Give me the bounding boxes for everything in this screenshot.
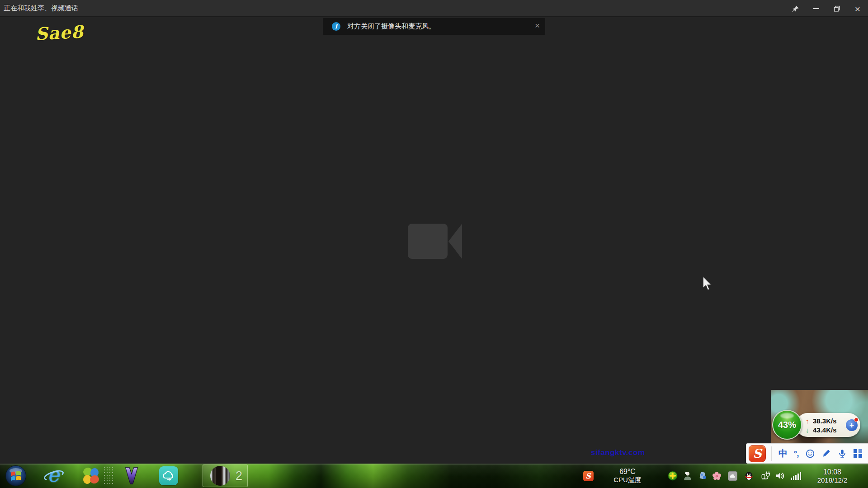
tray-cloud-drive-icon[interactable] (727, 464, 738, 488)
ime-punctuation-toggle[interactable]: °, (794, 447, 799, 460)
banner-close-button[interactable]: × (535, 21, 540, 30)
download-speed: 43.4K/s (813, 426, 837, 434)
pinwheel-app-icon[interactable] (80, 464, 101, 488)
screen: 正在和我姓李、视频通话 × Sae8 i 对方关闭了摄像头和麦克风。 × sif… (0, 0, 868, 488)
memory-percent: 43% (778, 420, 796, 430)
tray-flower-icon[interactable] (711, 464, 722, 488)
tray-blue-phone-icon[interactable] (698, 464, 708, 488)
ime-toolbar: S 中 °, (746, 443, 868, 464)
cpu-temp-label: CPU温度 (613, 476, 642, 484)
emoji-icon[interactable] (805, 447, 815, 460)
taskbar-separator-dots (103, 466, 113, 486)
cpu-temperature-widget[interactable]: 69°C CPU温度 (606, 464, 649, 488)
v-app-icon[interactable] (121, 464, 142, 488)
ime-divider (771, 446, 772, 461)
camera-lens (448, 224, 462, 259)
taskbar: e (0, 464, 868, 488)
close-button[interactable]: × (847, 0, 868, 17)
avatar (210, 466, 230, 486)
download-arrow-icon: ↓ (806, 426, 813, 434)
tray-safely-remove-icon[interactable] (760, 464, 771, 488)
mouse-cursor (702, 276, 713, 293)
tray-qq-icon[interactable] (743, 464, 754, 488)
toolbox-grid-icon[interactable] (854, 447, 862, 460)
app-logo: Sae8 (35, 21, 84, 44)
tray-sogou-icon[interactable]: S (582, 464, 594, 488)
cloud-app-icon[interactable] (158, 464, 179, 488)
active-task-button[interactable]: 2 (203, 465, 248, 487)
notification-text: 对方关闭了摄像头和麦克风。 (347, 22, 435, 31)
tray-green-plus-icon[interactable] (667, 464, 678, 488)
window-titlebar: 正在和我姓李、视频通话 × (0, 0, 868, 17)
ime-icon-row: 中 °, (775, 447, 868, 460)
upload-arrow-icon: ↑ (806, 417, 813, 425)
memory-usage-ball[interactable]: 43% (772, 410, 802, 440)
restore-button[interactable] (826, 0, 847, 17)
tray-clock[interactable]: 10:08 2018/12/2 (808, 464, 856, 488)
tray-volume-icon[interactable] (774, 464, 785, 488)
voice-input-mic-icon[interactable] (837, 447, 847, 460)
upload-speed-row: ↑ 38.3K/s (806, 416, 837, 425)
notification-banner: i 对方关闭了摄像头和麦克风。 × (323, 18, 545, 35)
video-call-area: Sae8 i 对方关闭了摄像头和麦克风。 × sifangktv.com 43%… (0, 18, 868, 464)
ime-language-toggle[interactable]: 中 (778, 447, 788, 460)
minimize-button[interactable] (806, 0, 826, 17)
notification-dot (854, 418, 859, 422)
network-speed-widget[interactable]: ↑ 38.3K/s ↓ 43.4K/s + (796, 413, 860, 437)
start-button[interactable] (5, 464, 27, 488)
camera-body (408, 224, 448, 259)
sogou-ime-logo[interactable]: S (749, 445, 766, 462)
pin-icon[interactable] (785, 0, 806, 17)
tray-person-icon[interactable] (682, 464, 693, 488)
info-icon: i (332, 22, 340, 31)
cpu-temp-value: 69°C (619, 468, 636, 476)
camera-off-icon (408, 224, 462, 259)
task-count-badge: 2 (236, 469, 242, 483)
window-controls: × (785, 0, 868, 17)
watermark: sifangktv.com (591, 448, 645, 457)
internet-explorer-icon[interactable]: e (43, 464, 64, 488)
window-title: 正在和我姓李、视频通话 (4, 4, 78, 13)
clock-date: 2018/12/2 (817, 476, 848, 484)
download-speed-row: ↓ 43.4K/s (806, 425, 837, 434)
clock-time: 10:08 (823, 468, 841, 476)
handwriting-pen-icon[interactable] (821, 447, 831, 460)
tray-network-signal-icon[interactable] (790, 464, 801, 488)
upload-speed: 38.3K/s (813, 417, 837, 425)
